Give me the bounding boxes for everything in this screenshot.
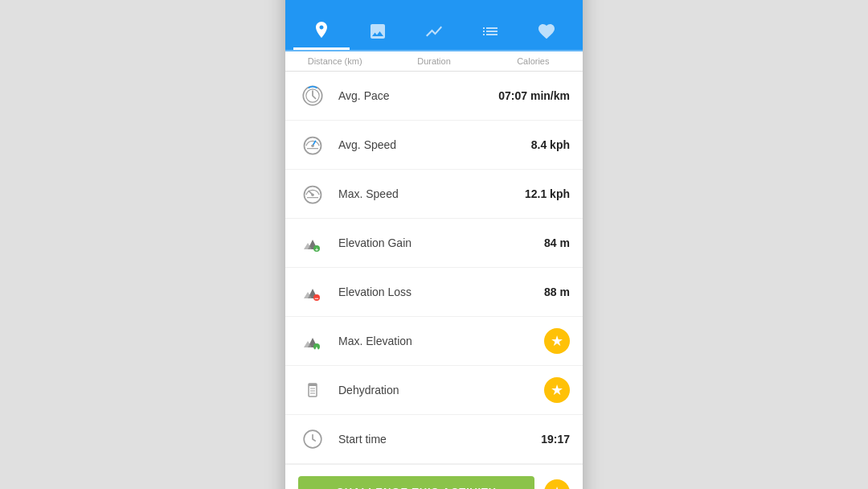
stat-dehydration: Dehydration ★ xyxy=(285,366,583,415)
stat-elevation-loss: − Elevation Loss 88 m xyxy=(285,268,583,317)
tab-map[interactable] xyxy=(293,12,350,50)
phone-container: Mon, 8/1/16 xyxy=(285,0,583,489)
max-elevation-label: Max. Elevation xyxy=(338,335,544,347)
tab-list[interactable] xyxy=(462,12,518,50)
avg-pace-value: 07:07 min/km xyxy=(498,89,570,102)
dehydration-star: ★ xyxy=(544,377,570,403)
avg-speed-icon xyxy=(298,130,327,159)
stat-avg-pace: Avg. Pace 07:07 min/km xyxy=(285,72,583,121)
elevation-loss-value: 88 m xyxy=(544,286,570,298)
stat-max-elevation: ▲ Max. Elevation ★ xyxy=(285,317,583,366)
dehydration-icon xyxy=(298,376,327,405)
tab-favorite[interactable] xyxy=(518,12,575,50)
dehydration-label: Dehydration xyxy=(338,384,544,397)
max-speed-icon xyxy=(298,179,327,208)
tab-photo[interactable] xyxy=(350,12,406,50)
svg-text:+: + xyxy=(315,247,318,253)
max-speed-label: Max. Speed xyxy=(338,187,525,200)
stat-avg-speed: Avg. Speed 8.4 kph xyxy=(285,121,583,170)
page-title: Mon, 8/1/16 xyxy=(319,0,528,1)
max-elevation-star: ★ xyxy=(544,328,570,354)
svg-point-3 xyxy=(311,144,314,147)
challenge-area: CHALLENGE THIS ACTIVITY ★ xyxy=(285,464,583,489)
sub-tab-distance[interactable]: Distance (km) xyxy=(285,51,384,71)
tab-bar xyxy=(285,12,583,51)
stats-list: Avg. Pace 07:07 min/km Avg. Speed 8.4 kp… xyxy=(285,72,583,464)
challenge-button[interactable]: CHALLENGE THIS ACTIVITY xyxy=(298,476,534,489)
svg-rect-19 xyxy=(309,384,317,386)
svg-point-5 xyxy=(311,193,314,196)
elevation-gain-label: Elevation Gain xyxy=(338,236,544,249)
tab-chart[interactable] xyxy=(406,12,462,50)
elevation-loss-icon: − xyxy=(298,277,327,306)
elevation-loss-label: Elevation Loss xyxy=(338,286,544,298)
avg-pace-icon xyxy=(298,81,327,110)
avg-speed-label: Avg. Speed xyxy=(338,138,531,151)
sub-tab-duration[interactable]: Duration xyxy=(384,51,483,71)
sub-tab-calories[interactable]: Calories xyxy=(484,51,583,71)
start-time-label: Start time xyxy=(338,433,541,446)
stat-max-speed: Max. Speed 12.1 kph xyxy=(285,170,583,219)
start-time-value: 19:17 xyxy=(541,433,570,446)
elevation-gain-value: 84 m xyxy=(544,236,570,249)
max-speed-value: 12.1 kph xyxy=(525,187,570,200)
stat-start-time: Start time 19:17 xyxy=(285,415,583,464)
start-time-icon xyxy=(298,425,327,454)
challenge-star: ★ xyxy=(544,479,570,490)
header: Mon, 8/1/16 xyxy=(285,0,583,12)
sub-tab-bar: Distance (km) Duration Calories xyxy=(285,51,583,72)
avg-speed-value: 8.4 kph xyxy=(531,138,570,151)
avg-pace-label: Avg. Pace xyxy=(338,89,498,102)
stat-elevation-gain: + Elevation Gain 84 m xyxy=(285,219,583,268)
svg-text:▲: ▲ xyxy=(314,345,320,351)
svg-text:−: − xyxy=(314,294,318,302)
elevation-gain-icon: + xyxy=(298,228,327,257)
max-elevation-icon: ▲ xyxy=(298,327,327,355)
